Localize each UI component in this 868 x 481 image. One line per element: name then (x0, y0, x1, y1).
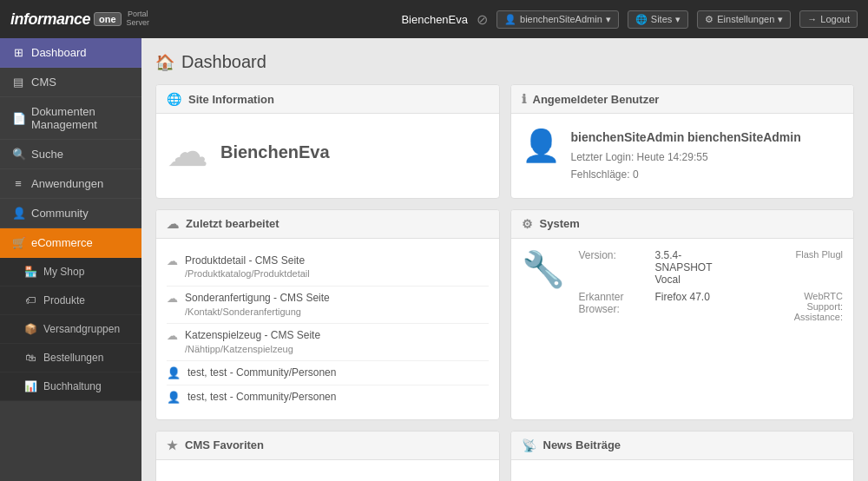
recent-item-text-5: test, test - Community/Personen (187, 390, 336, 405)
chevron-down-icon: ▾ (606, 14, 611, 25)
dashboard-grid: 🌐 Site Information ☁ BienchenEva ℹ Angem… (155, 84, 854, 481)
sidebar-item-dashboard[interactable]: ⊞ Dashboard (0, 38, 141, 68)
page-icon-1: ☁ (167, 254, 178, 267)
cms-fav-header: ★ CMS Favoriten (156, 432, 499, 460)
cms-icon: ▤ (12, 76, 24, 89)
recent-item-text-2: Sonderanfertigung - CMS Seite /Kontakt/S… (185, 291, 330, 319)
browser-value: Firefox 47.0 (655, 291, 787, 303)
recent-item-3: ☁ Katzenspielzeug - CMS Seite /Nähtipp/K… (167, 324, 489, 361)
version-row: Version: 3.5.4- SNAPSHOT Vocal Flash Plu… (579, 249, 844, 286)
sidebar-item-cms[interactable]: ▤ CMS (0, 68, 141, 97)
einstellungen-button[interactable]: ⚙ Einstellungen ▾ (697, 10, 791, 29)
sidebar-item-community[interactable]: 👤 Community (0, 199, 141, 228)
last-login: Letzter Login: Heute 14:29:55 (571, 148, 801, 166)
news-card: 📡 News Beiträge Keine Einträge (510, 431, 855, 481)
recent-body: ☁ Produktdetail - CMS Seite /Produktkata… (156, 239, 499, 419)
gear-icon-system: ⚙ (522, 217, 533, 231)
fehler: Fehlschläge: 0 (571, 166, 801, 183)
sidebar-item-produkte[interactable]: 🏷 Produkte (0, 287, 141, 315)
recent-path-3: /Nähtipp/Katzenspielzeug (185, 343, 320, 356)
recent-header: ☁ Zuletzt bearbeitet (156, 210, 499, 239)
version-value: 3.5.4- SNAPSHOT Vocal (655, 249, 789, 286)
logo-informance: informance (10, 10, 90, 29)
cloud-small-icon: ☁ (167, 217, 179, 231)
sidebar-item-anwendungen[interactable]: ≡ Anwendungen (0, 169, 141, 199)
sites-button[interactable]: 🌐 Sites ▾ (628, 10, 688, 29)
logout-icon: → (807, 14, 817, 24)
site-info-card: 🌐 Site Information ☁ BienchenEva (155, 84, 500, 199)
sidebar-item-buchhaltung[interactable]: 📊 Buchhaltung (0, 372, 141, 401)
content-area: 🏠 Dashboard 🌐 Site Information ☁ Bienche… (141, 38, 868, 481)
recent-title-4: test, test - Community/Personen (187, 366, 336, 380)
site-info-content: ☁ BienchenEva (167, 124, 489, 180)
avatar-icon: 👤 (522, 128, 561, 164)
logo-sub: Portal Server (127, 10, 150, 28)
sidebar-item-myshop[interactable]: 🏪 My Shop (0, 258, 141, 287)
home-icon: 🏠 (155, 53, 174, 72)
recent-item-4: 👤 test, test - Community/Personen (167, 361, 489, 385)
recent-item-5: 👤 test, test - Community/Personen (167, 385, 489, 409)
browser-label: Erkannter Browser: (579, 291, 648, 315)
support-label: Support: (806, 301, 843, 312)
page-icon-3: ☁ (167, 329, 178, 342)
sidebar-sub-ecommerce: 🏪 My Shop 🏷 Produkte 📦 Versandgruppen 🛍 … (0, 258, 141, 401)
recent-item-text-4: test, test - Community/Personen (187, 366, 336, 380)
system-body: 🔧 Version: 3.5.4- SNAPSHOT Vocal Flash P… (511, 239, 854, 338)
anwendungen-icon: ≡ (12, 177, 24, 190)
site-info-body: ☁ BienchenEva (156, 114, 499, 190)
myshop-icon: 🏪 (24, 266, 36, 278)
sidebar-item-suche[interactable]: 🔍 Suche (0, 140, 141, 169)
site-name: BienchenEva (220, 142, 330, 162)
globe-icon: 🌐 (167, 92, 181, 106)
site-info-header: 🌐 Site Information (156, 85, 499, 114)
header-right: BienchenEva ⊘ 👤 bienchenSiteAdmin ▾ 🌐 Si… (401, 10, 858, 29)
block-icon: ⊘ (477, 11, 488, 28)
recent-path-2: /Kontakt/Sonderanfertigung (185, 306, 330, 319)
dashboard-icon: ⊞ (12, 46, 24, 59)
community-icon: 👤 (12, 207, 24, 220)
news-empty: Keine Einträge (522, 471, 844, 481)
dokumente-icon: 📄 (12, 112, 24, 125)
recent-item-text-1: Produktdetail - CMS Seite /Produktkatalo… (185, 254, 310, 281)
cms-fav-empty: Keine Einträge (167, 471, 489, 481)
user-admin-button[interactable]: 👤 bienchenSiteAdmin ▾ (496, 10, 619, 29)
user-full-name: bienchenSiteAdmin bienchenSiteAdmin (571, 128, 801, 148)
bestellungen-icon: 🛍 (24, 352, 36, 364)
rss-icon: 📡 (522, 438, 536, 452)
recent-item-text-3: Katzenspielzeug - CMS Seite /Nähtipp/Kat… (185, 328, 320, 356)
person-icon-2: 👤 (167, 391, 181, 404)
recent-title-1: Produktdetail - CMS Seite (185, 254, 310, 268)
sidebar-item-bestellungen[interactable]: 🛍 Bestellungen (0, 344, 141, 372)
version-label: Version: (579, 249, 648, 261)
system-content: 🔧 Version: 3.5.4- SNAPSHOT Vocal Flash P… (522, 249, 844, 327)
page-title-area: 🏠 Dashboard (155, 52, 854, 72)
logged-user-header: ℹ Angemeldeter Benutzer (511, 85, 854, 114)
system-details: Version: 3.5.4- SNAPSHOT Vocal Flash Plu… (579, 249, 844, 327)
top-header: informance one Portal Server BienchenEva… (0, 0, 868, 38)
recent-title-5: test, test - Community/Personen (187, 390, 336, 405)
logo-one-badge: one (94, 12, 122, 26)
wrench-icon: 🔧 (522, 249, 565, 327)
user-icon: 👤 (504, 14, 516, 25)
recent-item-2: ☁ Sonderanfertigung - CMS Seite /Kontakt… (167, 287, 489, 324)
page-title: Dashboard (181, 52, 266, 72)
sidebar-item-dokumente[interactable]: 📄 Dokumenten Management (0, 97, 141, 140)
recent-card: ☁ Zuletzt bearbeitet ☁ Produktdetail - C… (155, 209, 500, 420)
logged-user-body: 👤 bienchenSiteAdmin bienchenSiteAdmin Le… (511, 114, 854, 198)
webrtc-label: WebRTC (804, 291, 843, 301)
system-header: ⚙ System (511, 210, 854, 239)
recent-item-1: ☁ Produktdetail - CMS Seite /Produktkata… (167, 249, 489, 287)
system-card: ⚙ System 🔧 Version: 3.5.4- SNAPSHOT (510, 209, 855, 420)
assistance-label: Assistance: (794, 312, 843, 322)
sidebar-item-ecommerce[interactable]: 🛒 eCommerce (0, 228, 141, 258)
header-username: BienchenEva (401, 13, 468, 26)
logout-button[interactable]: → Logout (799, 10, 858, 28)
news-header: 📡 News Beiträge (511, 432, 854, 460)
buchhaltung-icon: 📊 (24, 380, 36, 392)
logged-user-card: ℹ Angemeldeter Benutzer 👤 bienchenSiteAd… (510, 84, 855, 199)
sidebar-item-versandgruppen[interactable]: 📦 Versandgruppen (0, 315, 141, 344)
cms-fav-card: ★ CMS Favoriten Keine Einträge (155, 431, 500, 481)
sidebar: ⊞ Dashboard ▤ CMS 📄 Dokumenten Managemen… (0, 38, 141, 481)
search-icon: 🔍 (12, 148, 24, 161)
cloud-icon: ☁ (167, 131, 208, 173)
